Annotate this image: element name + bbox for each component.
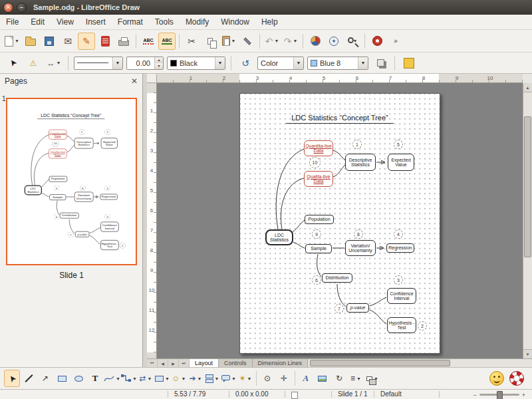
menu-item[interactable]: File [0, 15, 25, 29]
open-button[interactable] [22, 33, 39, 50]
line-style-select[interactable]: ▼ [74, 57, 123, 70]
zoom-button[interactable]: ▼ [344, 33, 361, 50]
vertical-scrollbar[interactable]: ▲ ▼ [523, 83, 532, 358]
autospellcheck-button[interactable]: ABC [158, 33, 176, 50]
node-confidence-interval[interactable]: Confidence Interval [387, 288, 416, 304]
node-ldc-statistics[interactable]: LDC Statistics [265, 229, 293, 245]
help-target-button[interactable] [368, 33, 386, 50]
select-button[interactable]: ➤ [4, 370, 20, 387]
rectangle-tool-button[interactable] [54, 370, 70, 387]
navigator-button[interactable]: ✦ [325, 33, 342, 50]
number-circle-8[interactable]: 8 [354, 229, 363, 239]
node-quantitative-data[interactable]: Quantita-tive Data [49, 130, 67, 140]
node-sample[interactable]: Sample [305, 244, 332, 253]
block-arrows-button[interactable]: ➔▼ [188, 370, 203, 387]
toolbar-overflow-button[interactable]: » [387, 33, 404, 50]
node-hypothesis-test[interactable]: Hypothesis - Test [387, 317, 416, 333]
lines-arrows-button[interactable]: ⇄▼ [138, 370, 154, 387]
line-tool-button[interactable] [21, 370, 37, 387]
arrow-style-button[interactable]: ↔▼ [45, 55, 63, 72]
node-regression[interactable]: Regression [386, 243, 414, 253]
horizontal-scrollbar-thumb[interactable] [310, 360, 450, 366]
number-circle-7[interactable]: 7 [334, 304, 344, 313]
save-button[interactable] [41, 33, 58, 50]
node-population[interactable]: Population [305, 215, 334, 224]
panel-close-button[interactable]: ✕ [131, 76, 138, 86]
node-expected-value[interactable]: Expected Value [388, 154, 414, 171]
zoom-slider-track[interactable] [479, 394, 519, 396]
export-pdf-button[interactable] [96, 33, 114, 50]
drawing-canvas[interactable]: LDC Statistics “Concept Tree” [157, 83, 523, 358]
connector-tool-button[interactable]: ▼ [121, 370, 137, 387]
zoom-slider[interactable]: − + [473, 390, 525, 399]
page-style[interactable]: Default [380, 390, 402, 398]
edit-file-button[interactable]: ✎ [78, 33, 95, 50]
undo-button[interactable]: ↶▼ [263, 33, 281, 50]
node-hypothesis-test[interactable]: Hypothesis - Test [100, 240, 119, 250]
first-layer-button[interactable]: ⏮ [147, 359, 158, 367]
vertical-ruler[interactable]: 123456789101112 [147, 83, 157, 358]
tab-layout[interactable]: Layout [190, 359, 219, 367]
select-tool-button[interactable]: ➤ [4, 55, 21, 72]
previous-layer-button[interactable]: ◀ [158, 359, 168, 367]
zoom-out-icon[interactable]: − [473, 392, 476, 398]
number-circle-5[interactable]: 5 [104, 129, 110, 135]
tab-controls[interactable]: Controls [219, 359, 253, 367]
color-swatch-button[interactable] [400, 55, 418, 72]
ellipse-tool-button[interactable] [70, 370, 86, 387]
clone-formatting-button[interactable] [239, 33, 256, 50]
node-qualitative-data[interactable]: Qualita-tive Data [304, 171, 333, 187]
lifebuoy-help-icon[interactable] [509, 371, 524, 386]
node-qualitative-data[interactable]: Qualita-tive Data [49, 149, 67, 159]
zoom-in-icon[interactable]: + [522, 392, 525, 398]
spinner-arrows-icon[interactable]: ▲▼ [154, 57, 163, 69]
number-circle-6[interactable]: 6 [312, 275, 321, 285]
menu-item[interactable]: Insert [80, 15, 112, 29]
node-distribution[interactable]: Distribution [322, 273, 352, 283]
number-circle-4[interactable]: 4 [394, 229, 403, 239]
new-button[interactable]: ▼ [3, 33, 21, 50]
spelling-button[interactable]: ABC [140, 33, 157, 50]
vertical-scrollbar-thumb[interactable] [524, 116, 531, 257]
menu-item[interactable]: Window [215, 15, 255, 29]
menu-item[interactable]: Edit [25, 15, 51, 29]
slide-page-frame[interactable]: LDC Statistics “Concept Tree” [239, 93, 440, 354]
node-distribution[interactable]: Distribution [60, 213, 79, 219]
number-circle-5[interactable]: 5 [394, 140, 403, 149]
number-circle-2[interactable]: 2 [120, 243, 126, 249]
number-circle-1[interactable]: 1 [352, 140, 362, 149]
glue-points-button[interactable]: ✛ [276, 370, 292, 387]
node-expected-value[interactable]: Expected Value [101, 138, 118, 148]
print-button[interactable] [115, 33, 132, 50]
node-descriptive-statistics[interactable]: Descriptive Statistics [74, 138, 94, 148]
number-circle-2[interactable]: 2 [418, 321, 427, 331]
slide-page[interactable]: LDC Statistics “Concept Tree” [240, 94, 440, 353]
text-tool-button[interactable]: T [87, 370, 103, 387]
node-regression[interactable]: Regression [100, 194, 118, 200]
number-circle-9[interactable]: 9 [54, 186, 60, 192]
paste-button[interactable]: ▼ [220, 33, 237, 50]
horizontal-scrollbar[interactable] [308, 359, 532, 367]
line-color-select[interactable]: Black ▼ [167, 57, 225, 70]
horizontal-ruler[interactable]: 12345678910 [157, 74, 523, 83]
redo-button[interactable]: ↷▼ [282, 33, 299, 50]
line-width-spinner[interactable]: 0.00 ▲▼ [126, 57, 164, 70]
basic-shapes-button[interactable]: ▼ [154, 370, 170, 387]
edit-points-button[interactable]: ⊙ [259, 370, 275, 387]
window-close-button[interactable]: ✕ [3, 3, 13, 13]
flowchart-button[interactable]: ▼ [204, 370, 220, 387]
node-sample[interactable]: Sample [49, 194, 66, 200]
shadow-button[interactable] [372, 55, 389, 72]
node-quantitative-data[interactable]: Quantita-tive Data [304, 140, 333, 156]
chart-button[interactable] [307, 33, 324, 50]
last-layer-button[interactable]: ⏭ [179, 359, 190, 367]
rotate-object-button[interactable]: ↻ [331, 370, 347, 387]
line-arrow-end-button[interactable]: ↗ [37, 370, 53, 387]
menu-item[interactable]: Modify [180, 15, 215, 29]
copy-button[interactable] [201, 33, 219, 50]
area-fill-select[interactable]: Blue 8 ▼ [307, 57, 368, 70]
smiley-icon[interactable] [489, 371, 504, 386]
fontwork-button[interactable]: A [298, 370, 314, 387]
zoom-slider-knob[interactable] [497, 391, 503, 399]
number-circle-7[interactable]: 7 [68, 232, 74, 238]
